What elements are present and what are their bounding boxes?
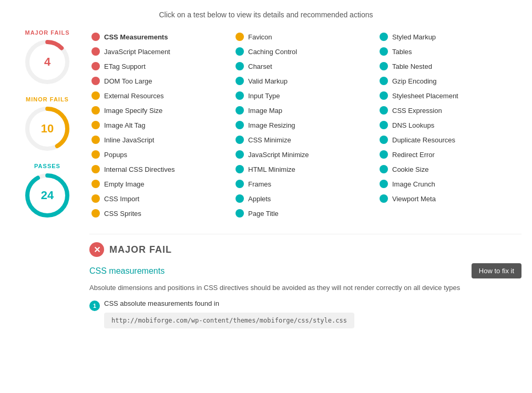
dot-teal — [236, 209, 244, 218]
dot-teal — [236, 136, 244, 144]
major-fails-label: MAJOR FAILS — [25, 29, 70, 36]
dot-red — [91, 47, 100, 56]
major-fail-title: MAJOR FAIL — [109, 244, 172, 255]
test-name-label: Table Nested — [392, 63, 432, 70]
passes-label: PASSES — [34, 163, 60, 169]
test-name-label: Gzip Encoding — [392, 77, 437, 85]
test-item[interactable]: CSS Minimize — [233, 132, 377, 147]
css-measurements-link[interactable]: CSS measurements — [89, 266, 165, 276]
test-item[interactable]: Image Alt Tag — [89, 118, 233, 132]
test-item[interactable]: Page Title — [233, 206, 377, 221]
dot-orange — [91, 180, 100, 188]
found-url: http://mobiforge.com/wp-content/themes/m… — [104, 313, 354, 328]
major-fails-donut: 4 — [24, 38, 71, 86]
test-column-3: Styled MarkupTablesTable NestedGzip Enco… — [377, 29, 521, 221]
test-name-label: Charset — [248, 63, 272, 70]
test-name-label: Image Resizing — [248, 121, 295, 129]
dot-teal — [236, 106, 244, 115]
test-item[interactable]: Favicon — [233, 29, 377, 44]
dot-teal — [236, 91, 244, 100]
test-item[interactable]: HTML Minimize — [233, 162, 377, 177]
test-name-label: JavaScript Minimize — [248, 151, 309, 159]
test-item[interactable]: External Resources — [89, 88, 233, 103]
test-name-label: HTML Minimize — [248, 166, 295, 173]
dot-teal — [380, 33, 388, 41]
dot-orange — [236, 33, 244, 41]
test-item[interactable]: Image Crunch — [377, 177, 521, 191]
test-name-label: Caching Control — [248, 48, 297, 56]
test-item[interactable]: Gzip Encoding — [377, 74, 521, 88]
test-name-label: Viewport Meta — [392, 195, 436, 203]
test-item[interactable]: ETag Support — [89, 59, 233, 74]
test-item[interactable]: CSS Sprites — [89, 206, 233, 221]
test-item[interactable]: Tables — [377, 44, 521, 59]
major-fail-header: ✕ MAJOR FAIL — [89, 242, 521, 257]
dot-red — [91, 33, 100, 41]
test-item[interactable]: Duplicate Resources — [377, 132, 521, 147]
test-item[interactable]: Stylesheet Placement — [377, 88, 521, 103]
major-fails-block: MAJOR FAILS 4 — [24, 29, 71, 86]
test-item[interactable]: Table Nested — [377, 59, 521, 74]
test-item[interactable]: Inline JavaScript — [89, 132, 233, 147]
test-name-label: Tables — [392, 48, 412, 56]
major-fails-value: 4 — [44, 55, 50, 69]
test-name-label: Inline JavaScript — [104, 136, 154, 144]
dot-teal — [380, 106, 388, 115]
dot-teal — [236, 62, 244, 70]
test-item[interactable]: JavaScript Placement — [89, 44, 233, 59]
test-name-label: CSS Sprites — [104, 210, 141, 218]
test-item[interactable]: Internal CSS Directives — [89, 162, 233, 177]
how-to-fix-button[interactable]: How to fix it — [472, 263, 521, 278]
test-item[interactable]: CSS Expression — [377, 103, 521, 118]
dot-orange — [91, 165, 100, 173]
test-name-label: Cookie Size — [392, 166, 428, 173]
instruction-text: Click on a test below to view its detail… — [11, 11, 521, 19]
found-item: 1 CSS absolute measurements found in htt… — [89, 299, 521, 328]
test-name-label: Popups — [104, 151, 127, 159]
test-item[interactable]: Image Map — [233, 103, 377, 118]
test-item[interactable]: Input Type — [233, 88, 377, 103]
test-name-label: Image Map — [248, 107, 282, 115]
dot-orange — [91, 91, 100, 100]
dot-teal — [380, 194, 388, 203]
test-item[interactable]: Styled Markup — [377, 29, 521, 44]
test-item[interactable]: DOM Too Large — [89, 74, 233, 88]
test-item[interactable]: Frames — [233, 177, 377, 191]
test-name-label: Empty Image — [104, 180, 145, 188]
right-panel: CSS MeasurementsJavaScript PlacementETag… — [89, 29, 521, 328]
test-item[interactable]: Viewport Meta — [377, 191, 521, 206]
test-item[interactable]: Valid Markup — [233, 74, 377, 88]
minor-fails-donut: 10 — [24, 105, 71, 152]
dot-teal — [236, 180, 244, 188]
test-item[interactable]: Charset — [233, 59, 377, 74]
minor-fails-block: MINOR FAILS 10 — [24, 96, 71, 152]
passes-value: 24 — [41, 189, 54, 202]
test-item[interactable]: Applets — [233, 191, 377, 206]
major-fail-icon: ✕ — [89, 242, 104, 257]
test-column-1: CSS MeasurementsJavaScript PlacementETag… — [89, 29, 233, 221]
test-name-label: JavaScript Placement — [104, 48, 170, 56]
test-item[interactable]: Caching Control — [233, 44, 377, 59]
detail-row: CSS measurements How to fix it — [89, 263, 521, 278]
test-column-2: FaviconCaching ControlCharsetValid Marku… — [233, 29, 377, 221]
dot-teal — [380, 180, 388, 188]
minor-fails-value: 10 — [41, 122, 54, 136]
test-item[interactable]: Redirect Error — [377, 147, 521, 162]
tests-grid: CSS MeasurementsJavaScript PlacementETag… — [89, 29, 521, 221]
test-name-label: Image Crunch — [392, 180, 435, 188]
dot-red — [91, 62, 100, 70]
test-item[interactable]: CSS Measurements — [89, 29, 233, 44]
test-item[interactable]: DNS Lookups — [377, 118, 521, 132]
test-name-label: ETag Support — [104, 63, 146, 70]
test-item[interactable]: Image Resizing — [233, 118, 377, 132]
test-item[interactable]: Cookie Size — [377, 162, 521, 177]
test-name-label: DNS Lookups — [392, 121, 434, 129]
dot-teal — [380, 91, 388, 100]
test-name-label: CSS Expression — [392, 107, 442, 115]
found-label: CSS absolute measurements found in — [104, 299, 354, 307]
test-item[interactable]: JavaScript Minimize — [233, 147, 377, 162]
test-item[interactable]: Image Specify Size — [89, 103, 233, 118]
test-item[interactable]: Popups — [89, 147, 233, 162]
test-item[interactable]: Empty Image — [89, 177, 233, 191]
test-item[interactable]: CSS Import — [89, 191, 233, 206]
